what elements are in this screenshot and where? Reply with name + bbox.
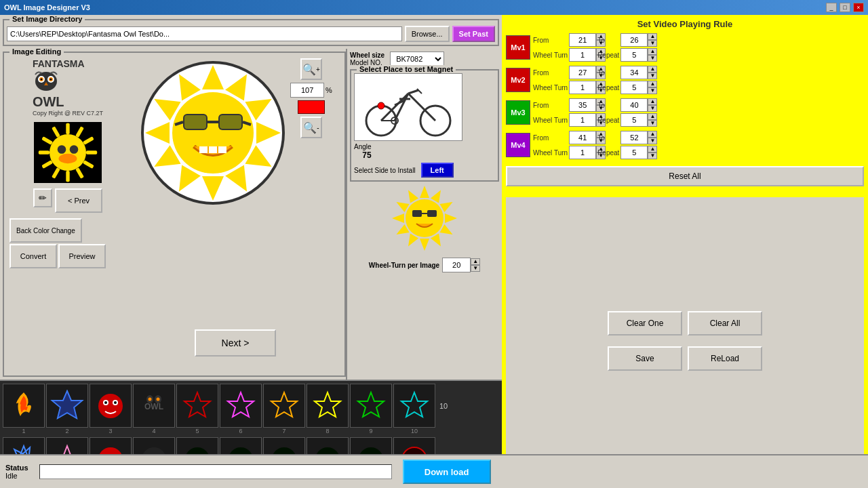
gallery-item-9[interactable] xyxy=(350,384,392,428)
clear-one-button[interactable]: Clear One xyxy=(608,311,682,336)
percentage-input[interactable] xyxy=(290,83,324,98)
prev-button[interactable]: < Prev xyxy=(55,188,102,213)
mv-wheelturn-mv1[interactable] xyxy=(569,48,596,62)
mv-to-down-mv2[interactable]: ▼ xyxy=(648,73,657,79)
convert-button[interactable]: Convert xyxy=(9,244,57,268)
svg-marker-92 xyxy=(358,392,384,417)
svg-rect-74 xyxy=(427,210,437,217)
mv-to-up-mv1[interactable]: ▲ xyxy=(648,33,657,40)
wheel-size-label: Wheel size xyxy=(350,52,384,59)
progress-bar xyxy=(39,464,392,479)
clear-all-button[interactable]: Clear All xyxy=(688,311,762,336)
mv-repeat-up-mv4[interactable]: ▲ xyxy=(648,146,657,152)
main-sun-image xyxy=(138,58,288,207)
row1-num: 10 xyxy=(437,402,450,410)
svg-marker-90 xyxy=(271,392,297,417)
label-2: 2 xyxy=(46,428,88,434)
mv-repeat-mv4[interactable] xyxy=(620,146,648,159)
label-7: 7 xyxy=(263,428,305,434)
mv-badge-mv4: Mv4 xyxy=(506,133,530,157)
angle-value: 75 xyxy=(354,150,372,160)
left-side-button[interactable]: Left xyxy=(421,163,454,178)
image-directory-title: Set Image Directory xyxy=(9,15,85,23)
video-rule-title: Set Video Playing Rule xyxy=(506,19,864,29)
mv-repeat-mv3[interactable] xyxy=(620,113,648,127)
mv-to-down-mv4[interactable]: ▼ xyxy=(648,138,657,144)
wheel-turn-input[interactable] xyxy=(442,258,471,272)
svg-point-6 xyxy=(50,79,52,81)
label-6: 6 xyxy=(220,428,262,434)
mv-repeat-up-mv2[interactable]: ▲ xyxy=(648,81,657,87)
mv-to-up-mv2[interactable]: ▲ xyxy=(648,66,657,73)
status-value: Idle xyxy=(5,472,28,480)
mv-from-mv1[interactable] xyxy=(569,33,596,47)
mv-to-mv4[interactable] xyxy=(620,131,648,144)
mv-to-mv3[interactable] xyxy=(620,98,648,112)
mv-row-mv4: Mv4 From ▲ ▼ To ▲ ▼ Wheel Turn xyxy=(506,131,864,159)
mv-repeat-down-mv2[interactable]: ▼ xyxy=(648,87,657,94)
svg-rect-11 xyxy=(86,150,97,154)
model-select[interactable]: BK7082 xyxy=(390,52,444,66)
gallery-item-8[interactable] xyxy=(307,384,349,428)
browse-button[interactable]: Browse... xyxy=(405,26,450,42)
path-input[interactable] xyxy=(7,26,402,41)
mv-to-mv1[interactable] xyxy=(620,33,648,47)
back-color-button[interactable]: Back Color Change xyxy=(9,218,82,243)
mv-fields-mv3: From ▲ ▼ To ▲ ▼ Wheel Turn ▲ xyxy=(533,98,648,127)
mv-repeat-down-mv3[interactable]: ▼ xyxy=(648,120,657,127)
svg-point-23 xyxy=(59,154,77,163)
status-label: Status xyxy=(5,464,28,472)
download-button[interactable]: Down load xyxy=(403,460,491,484)
mv-repeat-mv1[interactable] xyxy=(620,48,648,62)
mv-from-mv3[interactable] xyxy=(569,98,596,112)
gallery-item-2[interactable] xyxy=(46,384,88,428)
gallery-item-6[interactable] xyxy=(220,384,262,428)
gallery-item-5[interactable] xyxy=(176,384,218,428)
mv-from-mv4[interactable] xyxy=(569,131,596,144)
set-past-button[interactable]: Set Past xyxy=(452,26,495,42)
svg-point-37 xyxy=(172,92,254,174)
mv-wheelturn-mv2[interactable] xyxy=(569,81,596,94)
mv-wheelturn-mv4[interactable] xyxy=(569,146,596,159)
wheel-turn-down[interactable]: ▼ xyxy=(471,265,480,272)
close-button[interactable]: × xyxy=(853,3,864,12)
mv-repeat-up-mv3[interactable]: ▲ xyxy=(648,113,657,120)
angle-display-label: Angle xyxy=(354,143,372,150)
bike-image xyxy=(354,73,462,141)
status-bar: Status Idle Down load xyxy=(0,454,868,488)
window-controls[interactable]: _ □ × xyxy=(826,3,864,12)
gallery-item-10[interactable] xyxy=(393,384,435,428)
mv-to-up-mv3[interactable]: ▲ xyxy=(648,98,657,105)
save-button[interactable]: Save xyxy=(608,346,682,371)
pencil-icon[interactable]: ✏ xyxy=(33,188,52,207)
mv-fields-mv2: From ▲ ▼ To ▲ ▼ Wheel Turn ▲ xyxy=(533,66,648,94)
mv-to-up-mv4[interactable]: ▲ xyxy=(648,131,657,138)
mv-to-mv2[interactable] xyxy=(620,66,648,79)
gallery-item-4[interactable]: OWL xyxy=(133,384,175,428)
mv-repeat-up-mv1[interactable]: ▲ xyxy=(648,48,657,55)
maximize-button[interactable]: □ xyxy=(840,3,850,12)
gallery-item-3[interactable] xyxy=(90,384,132,428)
svg-point-21 xyxy=(58,145,66,154)
gallery-item-1[interactable] xyxy=(3,384,45,428)
app-title: OWL Image Designer V3 xyxy=(4,3,90,12)
minimize-button[interactable]: _ xyxy=(826,3,837,12)
mv-from-mv2[interactable] xyxy=(569,66,596,79)
mv-to-down-mv1[interactable]: ▼ xyxy=(648,40,657,47)
zoom-out-button[interactable]: 🔍- xyxy=(300,117,322,138)
preview-button[interactable]: Preview xyxy=(58,244,106,268)
mv-wheelturn-mv3[interactable] xyxy=(569,113,596,127)
mv-to-down-mv3[interactable]: ▼ xyxy=(648,105,657,112)
reset-all-button[interactable]: Reset All xyxy=(506,166,864,186)
next-button[interactable]: Next > xyxy=(195,329,276,357)
svg-marker-60 xyxy=(420,186,429,198)
zoom-in-button[interactable]: 🔍+ xyxy=(300,58,322,80)
svg-marker-65 xyxy=(431,233,445,249)
gallery-item-7[interactable] xyxy=(263,384,305,428)
mv-badge-mv2: Mv2 xyxy=(506,68,530,92)
mv-repeat-mv2[interactable] xyxy=(620,81,648,94)
mv-repeat-down-mv1[interactable]: ▼ xyxy=(648,55,657,62)
reload-button[interactable]: ReLoad xyxy=(688,346,762,371)
wheel-turn-up[interactable]: ▲ xyxy=(471,258,480,265)
mv-repeat-down-mv4[interactable]: ▼ xyxy=(648,152,657,159)
